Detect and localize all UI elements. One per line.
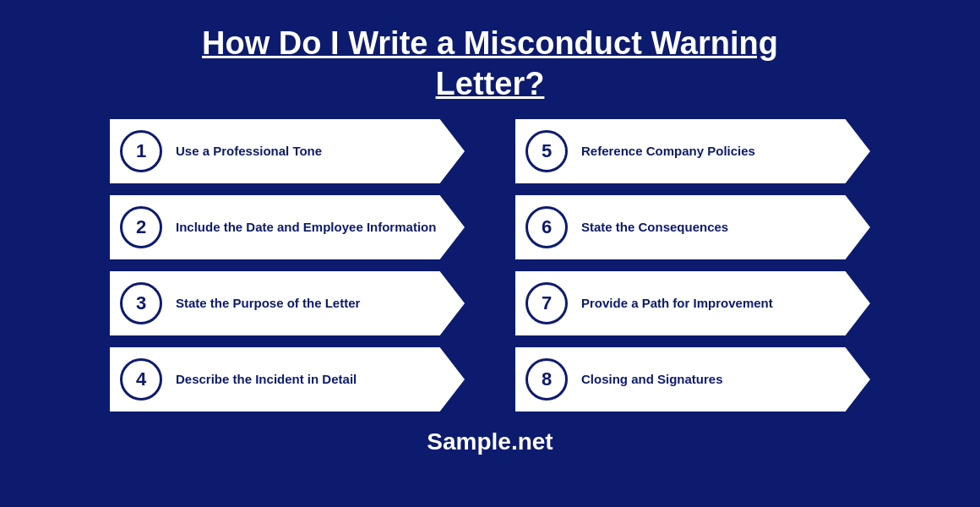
item-number: 2 [136,216,146,238]
item-number: 8 [542,368,552,390]
item-label: State the Purpose of the Letter [176,295,360,312]
item-number: 5 [542,140,552,162]
item-number-circle: 7 [525,282,568,324]
item-number: 4 [136,368,146,390]
item-number-circle: 5 [525,130,568,172]
item-number: 3 [136,292,146,314]
list-item: 5 Reference Company Policies [515,119,870,183]
items-grid: 1 Use a Professional Tone 5 Reference Co… [110,119,870,412]
item-number: 6 [542,216,552,238]
item-label: Closing and Signatures [581,371,723,388]
page-title: How Do I Write a Misconduct WarningLette… [202,24,778,104]
item-number-circle: 3 [120,282,162,324]
item-number-circle: 8 [525,358,568,401]
item-label: Use a Professional Tone [176,143,322,160]
item-number: 7 [542,292,552,314]
item-number-circle: 2 [120,206,162,248]
item-label: Provide a Path for Improvement [581,295,773,312]
item-number-circle: 1 [120,130,162,172]
list-item: 4 Describe the Incident in Detail [110,347,465,412]
list-item: 6 State the Consequences [515,195,870,259]
list-item: 7 Provide a Path for Improvement [515,271,870,335]
list-item: 3 State the Purpose of the Letter [110,271,465,335]
footer-brand: Sample.net [427,428,553,455]
item-number-circle: 4 [120,358,162,401]
item-label: Reference Company Policies [581,143,755,160]
item-number-circle: 6 [525,206,568,248]
item-label: Describe the Incident in Detail [176,371,357,388]
item-number: 1 [136,140,146,162]
item-label: State the Consequences [581,219,728,236]
list-item: 8 Closing and Signatures [515,347,870,412]
list-item: 1 Use a Professional Tone [110,119,465,183]
item-label: Include the Date and Employee Informatio… [176,219,436,236]
list-item: 2 Include the Date and Employee Informat… [110,195,465,259]
